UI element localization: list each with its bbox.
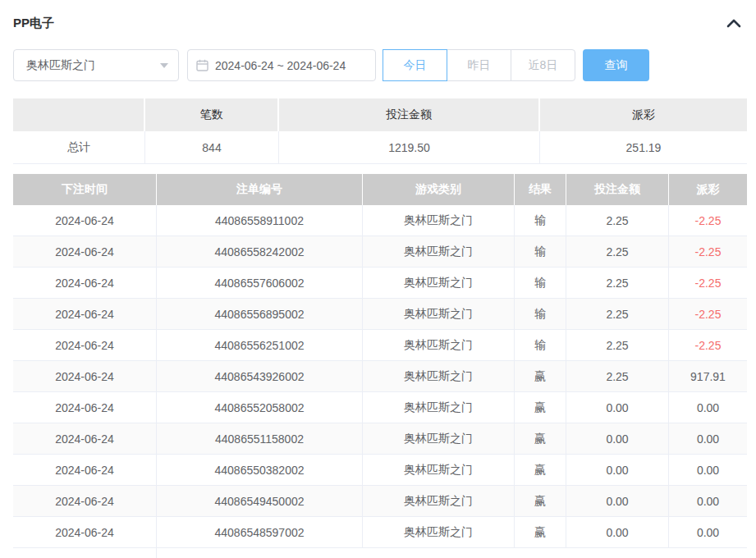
cell-bet-amount: 2.25 bbox=[566, 236, 669, 267]
cell-payout: -2.25 bbox=[669, 268, 747, 298]
cell-bet-time: 2024-06-24 bbox=[13, 392, 157, 423]
search-button[interactable]: 查询 bbox=[583, 49, 649, 81]
cell-bet-time: 2024-06-24 bbox=[13, 330, 157, 360]
cell-payout: -2.25 bbox=[669, 299, 747, 329]
cell-order-number: 44086548597002 bbox=[157, 517, 363, 547]
summary-header-payout: 派彩 bbox=[540, 98, 747, 131]
cell-game-category: 奥林匹斯之门 bbox=[363, 268, 515, 298]
cell-game-category: 奥林匹斯之门 bbox=[363, 330, 515, 360]
cell-result: 输 bbox=[515, 268, 566, 298]
date-range-value: 2024-06-24 ~ 2024-06-24 bbox=[215, 59, 346, 72]
cell-order-number: 44086556895002 bbox=[157, 299, 363, 329]
collapse-panel-button[interactable] bbox=[725, 17, 743, 30]
quick-date-button[interactable]: 今日 bbox=[383, 49, 447, 81]
cell-game-category: 奥林匹斯之门 bbox=[363, 517, 515, 547]
table-row: 2024-06-24 44086556251002 奥林匹斯之门 输 2.25 … bbox=[13, 330, 747, 361]
cell-game-category: 奥林匹斯之门 bbox=[363, 423, 515, 454]
summary-total-row: 总计 844 1219.50 251.19 bbox=[13, 131, 747, 164]
cell-payout: -2.25 bbox=[669, 236, 747, 267]
quick-date-button[interactable]: 昨日 bbox=[447, 49, 511, 81]
cell-bet-time: 2024-06-24 bbox=[13, 517, 157, 547]
cell-result: 输 bbox=[515, 299, 566, 329]
cell-bet-time: 2024-06-24 bbox=[13, 299, 157, 329]
cell-result: 赢 bbox=[515, 455, 566, 485]
date-range-input[interactable]: 2024-06-24 ~ 2024-06-24 bbox=[187, 49, 376, 81]
table-row: 2024-06-24 44086558242002 奥林匹斯之门 输 2.25 … bbox=[13, 236, 747, 268]
cell-payout: 0.00 bbox=[669, 392, 747, 423]
header-result: 结果 bbox=[515, 174, 566, 205]
game-select-value: 奥林匹斯之门 bbox=[26, 58, 95, 73]
table-row: 2024-06-24 44086543926002 奥林匹斯之门 赢 2.25 … bbox=[13, 361, 747, 392]
table-row: 2024-06-24 44086548597002 奥林匹斯之门 赢 0.00 … bbox=[13, 517, 747, 548]
cell-result: 赢 bbox=[515, 361, 566, 391]
cell-game-category: 奥林匹斯之门 bbox=[363, 299, 515, 329]
summary-total-bet-amount: 1219.50 bbox=[279, 131, 540, 163]
cell-payout: 0.00 bbox=[669, 423, 747, 454]
summary-total-label: 总计 bbox=[13, 131, 145, 163]
cell-bet-amount: 2.25 bbox=[566, 268, 669, 298]
cell-bet-time: 2024-06-24 bbox=[13, 236, 157, 267]
cell-game-category: 奥林匹斯之门 bbox=[363, 486, 515, 516]
table-row-partial bbox=[13, 548, 747, 558]
cell-order-number: 44086543926002 bbox=[157, 361, 363, 391]
summary-total-payout: 251.19 bbox=[540, 131, 747, 163]
cell-bet-time: 2024-06-24 bbox=[13, 205, 157, 236]
summary-header-count: 笔数 bbox=[145, 98, 279, 131]
pp-electronic-panel: PP电子 奥林匹斯之门 2024-06-24 ~ 2024-06-24 今日 昨… bbox=[0, 15, 756, 558]
cell-bet-amount: 2.25 bbox=[566, 205, 669, 236]
cell-bet-time: 2024-06-24 bbox=[13, 423, 157, 454]
cell-payout: 0.00 bbox=[669, 455, 747, 485]
cell-bet-amount: 2.25 bbox=[566, 361, 669, 391]
quick-date-button-group: 今日 昨日 近8日 bbox=[383, 49, 575, 81]
cell-result: 输 bbox=[515, 330, 566, 360]
cell-order-number: 44086556251002 bbox=[157, 330, 363, 360]
cell-game-category: 奥林匹斯之门 bbox=[363, 236, 515, 267]
cell-bet-time: 2024-06-24 bbox=[13, 361, 157, 391]
summary-header-bet-amount: 投注金额 bbox=[279, 98, 540, 131]
cell-order-number: 44086552058002 bbox=[157, 392, 363, 423]
cell-game-category: 奥林匹斯之门 bbox=[363, 392, 515, 423]
filter-toolbar: 奥林匹斯之门 2024-06-24 ~ 2024-06-24 今日 昨日 近8日… bbox=[13, 49, 743, 81]
summary-header-blank bbox=[13, 98, 145, 131]
cell-result: 赢 bbox=[515, 423, 566, 454]
table-row: 2024-06-24 44086549450002 奥林匹斯之门 赢 0.00 … bbox=[13, 486, 747, 517]
cell-order-number: 44086551158002 bbox=[157, 423, 363, 454]
game-select[interactable]: 奥林匹斯之门 bbox=[13, 49, 179, 81]
cell-bet-amount: 0.00 bbox=[566, 423, 669, 454]
cell-bet-amount: 2.25 bbox=[566, 299, 669, 329]
panel-header: PP电子 bbox=[13, 15, 743, 31]
cell-bet-time: 2024-06-24 bbox=[13, 268, 157, 298]
cell-bet-amount: 0.00 bbox=[566, 455, 669, 485]
cell-result: 赢 bbox=[515, 486, 566, 516]
bets-table: 下注时间 注单编号 游戏类别 结果 投注金额 派彩 2024-06-24 440… bbox=[13, 174, 747, 558]
header-payout: 派彩 bbox=[669, 174, 747, 205]
cell-result: 输 bbox=[515, 236, 566, 267]
table-row: 2024-06-24 44086551158002 奥林匹斯之门 赢 0.00 … bbox=[13, 423, 747, 455]
header-game-category: 游戏类别 bbox=[363, 174, 515, 205]
cell-game-category: 奥林匹斯之门 bbox=[363, 361, 515, 391]
table-row: 2024-06-24 44086552058002 奥林匹斯之门 赢 0.00 … bbox=[13, 392, 747, 423]
cell-bet-amount: 0.00 bbox=[566, 392, 669, 423]
summary-table: 笔数 投注金额 派彩 总计 844 1219.50 251.19 bbox=[13, 98, 747, 164]
cell-bet-amount: 2.25 bbox=[566, 330, 669, 360]
cell-payout: -2.25 bbox=[669, 330, 747, 360]
cell-order-number: 44086549450002 bbox=[157, 486, 363, 516]
table-row: 2024-06-24 44086550382002 奥林匹斯之门 赢 0.00 … bbox=[13, 455, 747, 486]
header-bet-time: 下注时间 bbox=[13, 174, 157, 205]
table-row: 2024-06-24 44086556895002 奥林匹斯之门 输 2.25 … bbox=[13, 299, 747, 330]
bets-table-header-row: 下注时间 注单编号 游戏类别 结果 投注金额 派彩 bbox=[13, 174, 747, 205]
quick-date-button[interactable]: 近8日 bbox=[511, 49, 575, 81]
cell-payout: 0.00 bbox=[669, 486, 747, 516]
cell-order-number: 44086557606002 bbox=[157, 268, 363, 298]
cell-game-category: 奥林匹斯之门 bbox=[363, 205, 515, 236]
summary-total-count: 844 bbox=[145, 131, 279, 163]
cell-order-number: 44086558911002 bbox=[157, 205, 363, 236]
cell-game-category: 奥林匹斯之门 bbox=[363, 455, 515, 485]
chevron-up-icon bbox=[726, 18, 741, 30]
header-bet-amount: 投注金额 bbox=[566, 174, 669, 205]
summary-header-row: 笔数 投注金额 派彩 bbox=[13, 98, 747, 131]
table-row: 2024-06-24 44086557606002 奥林匹斯之门 输 2.25 … bbox=[13, 268, 747, 299]
table-row: 2024-06-24 44086558911002 奥林匹斯之门 输 2.25 … bbox=[13, 205, 747, 236]
cell-order-number: 44086558242002 bbox=[157, 236, 363, 267]
page-title: PP电子 bbox=[13, 16, 54, 31]
